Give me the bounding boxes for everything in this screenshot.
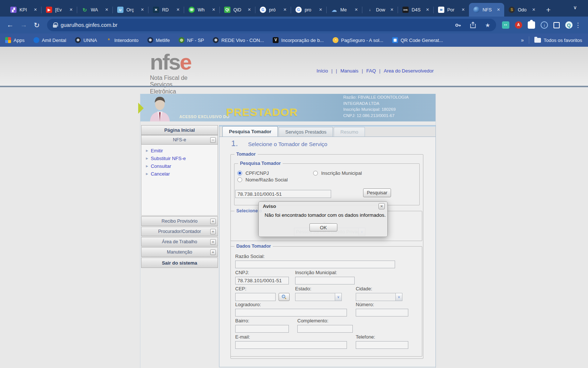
- browser-tab-wa[interactable]: ↻WA✕: [77, 4, 112, 16]
- white-square-extension-icon[interactable]: [553, 22, 560, 28]
- browser-tab-pro[interactable]: Gpro✕: [291, 4, 326, 16]
- share-icon[interactable]: [470, 22, 476, 28]
- sidebar-logout[interactable]: Sair do sistema: [141, 258, 218, 268]
- nav-link-faq[interactable]: FAQ: [366, 68, 376, 74]
- pesquisar-button[interactable]: Pesquisar: [363, 188, 391, 197]
- tab-close-icon[interactable]: ✕: [68, 7, 74, 13]
- browser-tab-me[interactable]: ☁Me✕: [327, 4, 362, 16]
- cep-search-button[interactable]: [279, 293, 290, 301]
- bookmark-rede-vivo-con[interactable]: ⊕REDE Vivo - CON...: [213, 37, 264, 43]
- address-bar[interactable]: guarulhos.ginfes.com.br ★: [47, 19, 496, 31]
- new-tab-button[interactable]: +: [543, 6, 553, 14]
- complemento-input[interactable]: [297, 325, 353, 333]
- tab-close-icon[interactable]: ✕: [140, 7, 145, 13]
- nav-link-area-do-desenvolvedor[interactable]: Area do Desenvolvedor: [384, 68, 434, 74]
- sidebar-section-procurador-contador[interactable]: Procurador/Contador+: [141, 227, 218, 236]
- expand-plus-icon[interactable]: +: [210, 239, 216, 245]
- telefone-input[interactable]: [356, 341, 408, 349]
- tab-close-icon[interactable]: ✕: [211, 7, 216, 13]
- bookmark-apps[interactable]: Apps: [5, 37, 25, 43]
- sidebar-section-recibo-provis-rio[interactable]: Recibo Provisório+: [141, 216, 218, 226]
- browser-tab-d4s[interactable]: D4SD4S✕: [398, 4, 433, 16]
- browser-tab-wh[interactable]: ☏Wh✕: [184, 4, 219, 16]
- browser-tab-rd[interactable]: ✕RD✕: [148, 4, 184, 16]
- inscricao-municipal-input[interactable]: [295, 277, 355, 284]
- sidebar-section--rea-de-trabalho[interactable]: Área de Trabalho+: [141, 237, 218, 247]
- tab-close-icon[interactable]: ✕: [175, 7, 181, 13]
- logradouro-input[interactable]: [235, 309, 347, 316]
- sidebar-home[interactable]: Página Inicial: [141, 125, 218, 135]
- numero-input[interactable]: [356, 309, 408, 316]
- tab-close-icon[interactable]: ✕: [282, 7, 288, 13]
- bookmark-pagseguro-a-sol[interactable]: ◔PagSeguro - A sol...: [333, 37, 383, 43]
- collapse-minus-icon[interactable]: −: [210, 137, 216, 143]
- email-input[interactable]: [235, 341, 347, 349]
- tab-close-icon[interactable]: ✕: [389, 7, 395, 13]
- all-favorites-button[interactable]: Todos os favoritos: [534, 38, 582, 43]
- bookmark-amil-dental[interactable]: Amil Dental: [33, 37, 66, 43]
- forward-button[interactable]: →: [20, 21, 27, 29]
- download-manager-extension-icon[interactable]: ↓: [541, 21, 548, 29]
- q-extension-icon[interactable]: Q: [565, 21, 573, 29]
- cpf-cnpj-search-input[interactable]: [235, 190, 331, 198]
- tab-close-icon[interactable]: ✕: [460, 7, 466, 13]
- expand-plus-icon[interactable]: +: [210, 229, 216, 234]
- red-shield-extension-icon[interactable]: A: [515, 21, 522, 29]
- radio-nome-razao[interactable]: [237, 177, 242, 182]
- bookmark-interodonto[interactable]: *Interodonto: [106, 37, 139, 43]
- bookmark-unna[interactable]: ⊕UNNA: [75, 37, 97, 43]
- reload-button[interactable]: ↻: [34, 21, 40, 29]
- sidebar-link-emitir[interactable]: Emitir: [151, 148, 163, 153]
- expand-plus-icon[interactable]: +: [210, 219, 216, 224]
- browser-tab-qid[interactable]: QiQiD✕: [220, 4, 255, 16]
- dialog-close-icon[interactable]: ✕: [379, 203, 385, 209]
- extensions-puzzle-icon[interactable]: [528, 21, 535, 29]
- bookmark-metlife[interactable]: ⊕Metlife: [147, 37, 170, 43]
- tab-close-icon[interactable]: ✕: [33, 7, 38, 13]
- estado-select[interactable]: ∨: [295, 293, 342, 301]
- sidebar-link-substituir-nfs-e[interactable]: Substituir NFS-e: [151, 156, 186, 161]
- radio-inscricao-municipal[interactable]: [313, 171, 318, 176]
- tab-pesquisa-tomador[interactable]: Pesquisa Tomador: [222, 126, 278, 137]
- radio-cpf-cnpj[interactable]: [237, 171, 242, 176]
- browser-tab-nfs[interactable]: NFS✕: [469, 3, 504, 17]
- razao-social-input[interactable]: [235, 261, 395, 268]
- browser-tab-por[interactable]: ≋Por✕: [434, 4, 469, 16]
- bookmark-star-icon[interactable]: ★: [484, 22, 491, 28]
- bookmark-incorpora-o-de-b[interactable]: VIncorporação de b...: [273, 37, 324, 43]
- bookmark-qr-code-generat[interactable]: ▦QR Code Generat...: [392, 37, 443, 43]
- dialog-ok-button[interactable]: OK: [309, 223, 337, 231]
- chat-extension-icon[interactable]: ••: [502, 21, 509, 29]
- tab-search-chevron-icon[interactable]: ∨: [573, 4, 577, 10]
- dropdown-chevron-icon[interactable]: ∨: [395, 293, 402, 301]
- browser-tab-kpi[interactable]: ▞KPI✕: [6, 4, 41, 16]
- tab-servicos-prestados[interactable]: Serviços Prestados: [279, 127, 333, 137]
- cnpj-input[interactable]: [235, 277, 289, 284]
- sidebar-section-manuten-o[interactable]: Manutenção+: [141, 247, 218, 257]
- tab-close-icon[interactable]: ✕: [425, 7, 430, 13]
- tab-close-icon[interactable]: ✕: [318, 7, 323, 13]
- tab-close-icon[interactable]: ✕: [531, 7, 537, 13]
- bookmarks-overflow-chevron[interactable]: »: [521, 37, 524, 43]
- nav-link-manuais[interactable]: Manuais: [340, 68, 358, 74]
- nav-link-in-cio[interactable]: Início: [316, 68, 328, 74]
- password-key-icon[interactable]: [455, 22, 462, 28]
- browser-tab-ev[interactable]: ▶[Ev✕: [42, 4, 77, 16]
- bairro-input[interactable]: [235, 325, 289, 333]
- tab-close-icon[interactable]: ✕: [104, 7, 110, 13]
- dropdown-chevron-icon[interactable]: ∨: [335, 293, 341, 301]
- browser-tab-pr[interactable]: Gpró✕: [255, 4, 291, 16]
- cidade-select[interactable]: ∨: [356, 293, 402, 301]
- sidebar-section-nfse[interactable]: NFS-e −: [141, 135, 218, 145]
- browser-menu-icon[interactable]: ⋮: [575, 21, 581, 29]
- expand-plus-icon[interactable]: +: [210, 250, 216, 255]
- back-button[interactable]: ←: [7, 21, 14, 29]
- tab-close-icon[interactable]: ✕: [247, 7, 252, 13]
- cep-input[interactable]: [235, 293, 276, 301]
- sidebar-link-consultar[interactable]: Consultar: [151, 163, 171, 169]
- browser-tab-dow[interactable]: ↓Dow✕: [362, 4, 398, 16]
- browser-tab-or[interactable]: ∪Orç✕: [113, 4, 148, 16]
- browser-tab-odo[interactable]: SOdo✕: [504, 4, 539, 16]
- tab-close-icon[interactable]: ✕: [496, 7, 501, 13]
- tab-close-icon[interactable]: ✕: [354, 7, 359, 13]
